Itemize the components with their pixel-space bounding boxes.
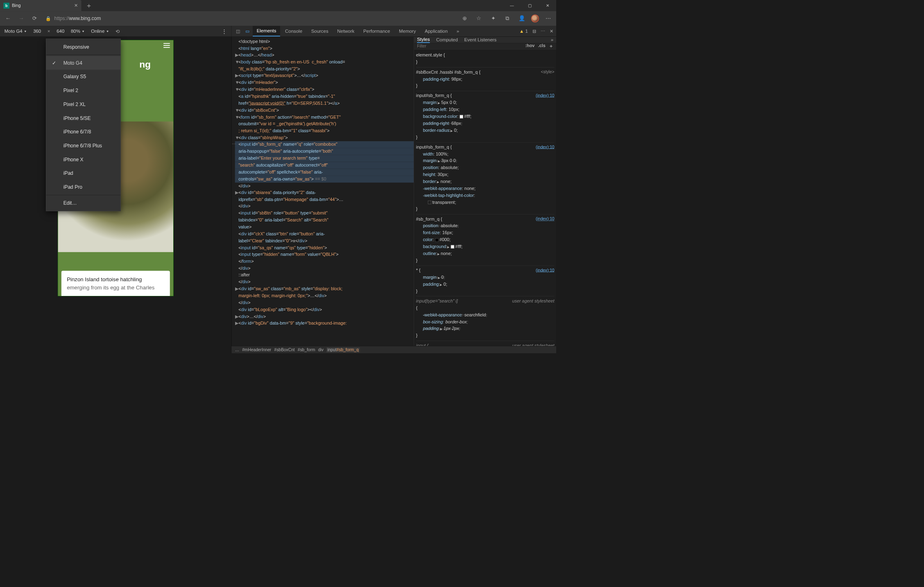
favorite-icon[interactable]: ☆: [474, 14, 484, 23]
device-option-iphone-5-se[interactable]: iPhone 5/SE: [46, 111, 121, 125]
dom-node[interactable]: <a id="hpinsthk" aria-hidden="true" tabi…: [235, 93, 414, 100]
dom-node[interactable]: ▶<script type="text/javascript">…</scrip…: [235, 72, 414, 79]
dom-node[interactable]: label="Clear" tabindex="0">x</div>: [235, 237, 414, 244]
settings-icon[interactable]: ⋯: [541, 28, 545, 34]
dom-node[interactable]: ▼<div id="mHeaderInner" class="clrfix">: [235, 86, 414, 93]
device-option-moto-g4[interactable]: ✓Moto G4: [46, 56, 121, 70]
dom-node[interactable]: controls="sw_as" aria-owns="sw_as"> == $…: [235, 176, 414, 183]
devtools-tab-performance[interactable]: Performance: [359, 26, 394, 36]
search-icon[interactable]: ⊕: [460, 14, 469, 23]
more-tabs-icon[interactable]: »: [453, 26, 463, 36]
zoom-select[interactable]: 80% ▼: [71, 29, 85, 34]
breadcrumb-item[interactable]: …: [235, 348, 239, 352]
dom-node[interactable]: ▼<div class="sbInpWrap">: [235, 134, 414, 141]
hov-toggle[interactable]: :hov: [525, 43, 534, 49]
dom-node[interactable]: ▼<div id="sbBoxCnt">: [235, 107, 414, 114]
dom-node[interactable]: <div id="clrX" class="btn" role="button"…: [235, 230, 414, 237]
device-option-iphone-6-7-8-plus[interactable]: iPhone 6/7/8 Plus: [46, 139, 121, 153]
device-select[interactable]: Moto G4 ▼: [5, 29, 27, 34]
dom-node[interactable]: <input id="sbBtn" role="button" type="su…: [235, 210, 414, 217]
device-option-ipad[interactable]: iPad: [46, 166, 121, 180]
close-tab-icon[interactable]: ✕: [74, 3, 78, 8]
dom-node[interactable]: <div id="bLogoExp" alt="Bing logo"></div…: [235, 306, 414, 313]
dom-node[interactable]: ▶<head>…</head>: [235, 52, 414, 59]
breadcrumb-item[interactable]: div: [318, 348, 324, 352]
devtools-tab-memory[interactable]: Memory: [395, 26, 420, 36]
dom-node[interactable]: ▼<body class="hp sb_fresh en en-US c_fre…: [235, 59, 414, 66]
favorites-bar-icon[interactable]: ✦: [488, 14, 498, 23]
new-tab-button[interactable]: ＋: [86, 1, 92, 10]
dom-node[interactable]: <!doctype html>: [235, 38, 414, 45]
dom-node[interactable]: </div>: [235, 299, 414, 306]
collections-icon[interactable]: ⧉: [503, 14, 512, 23]
dom-node[interactable]: ; return si_T(id);" data-bm="1" class="h…: [235, 128, 414, 135]
hamburger-icon[interactable]: [163, 43, 170, 47]
back-button[interactable]: ←: [3, 14, 13, 23]
dom-node[interactable]: "search" autocapitalize="off" autocorrec…: [235, 162, 414, 169]
device-height[interactable]: 640: [57, 29, 64, 34]
dom-node[interactable]: ▶<div id="sbiarea" data-priority="2" dat…: [235, 190, 414, 196]
css-rule[interactable]: input#sb_form_q {(index):10width: 100%;m…: [416, 142, 555, 214]
dom-node[interactable]: ::after: [235, 272, 414, 279]
minimize-button[interactable]: —: [503, 0, 521, 11]
breadcrumb-item[interactable]: #mHeaderInner: [242, 348, 271, 352]
dom-node[interactable]: </form>: [235, 258, 414, 265]
devtools-tab-sources[interactable]: Sources: [307, 26, 332, 36]
network-select[interactable]: Online ▼: [91, 29, 109, 34]
styles-tab-computed[interactable]: Computed: [436, 37, 458, 43]
dom-node[interactable]: onsubmit="var id = _ge('hpinsthk').getAt…: [235, 121, 414, 128]
menu-icon[interactable]: ⋯: [544, 14, 553, 23]
forward-button[interactable]: →: [16, 14, 26, 23]
dom-node[interactable]: aria-label="Enter your search term" type…: [235, 155, 414, 162]
device-mode-icon[interactable]: ▭: [243, 28, 251, 34]
device-option-edit-[interactable]: Edit…: [46, 196, 121, 210]
browser-tab[interactable]: b Bing ✕: [0, 0, 82, 11]
devtools-tab-application[interactable]: Application: [421, 26, 451, 36]
dom-node[interactable]: <input type="hidden" name="form" value="…: [235, 251, 414, 258]
device-option-galaxy-s5[interactable]: Galaxy S5: [46, 70, 121, 84]
styles-tab-styles[interactable]: Styles: [417, 37, 430, 43]
dom-node[interactable]: ▶<div id="sw_as" class="mb_as" style="di…: [235, 286, 414, 293]
breadcrumb-item[interactable]: input#sb_form_q: [326, 348, 360, 352]
dom-node[interactable]: </div>: [235, 265, 414, 272]
styles-tab-event-listeners[interactable]: Event Listeners: [464, 37, 496, 43]
device-option-ipad-pro[interactable]: iPad Pro: [46, 180, 121, 194]
dom-node[interactable]: ⋯<input id="sb_form_q" name="q" role="co…: [235, 141, 414, 148]
dom-node[interactable]: ▼<div id="mHeader">: [235, 79, 414, 86]
styles-filter-input[interactable]: [417, 44, 525, 49]
dom-node[interactable]: "if(_w.lb)lb();" data-priority="2">: [235, 65, 414, 72]
elements-breadcrumb[interactable]: …#mHeaderInner#sbBoxCnt#sb_formdivinput#…: [231, 346, 556, 353]
css-rule[interactable]: input {user agent stylesheet-webkit-writ…: [416, 341, 555, 346]
dom-node[interactable]: ▼<form id="sb_form" action="/search" met…: [235, 114, 414, 121]
inspect-icon[interactable]: ◫: [234, 28, 242, 34]
dom-node[interactable]: tabindex="0" aria-label="Search" alt="Se…: [235, 217, 414, 224]
issues-badge[interactable]: ▲ 1: [519, 29, 528, 34]
device-option-pixel-2[interactable]: Pixel 2: [46, 84, 121, 97]
dom-node[interactable]: <html lang="en">: [235, 45, 414, 52]
dom-node[interactable]: </div>: [235, 183, 414, 190]
css-rule[interactable]: #sbBoxCnt .hassbi #sb_form_q {<style>pad…: [416, 67, 555, 91]
css-rule[interactable]: input#sb_form_q {(index):10margin:▶ 5px …: [416, 91, 555, 142]
device-option-responsive[interactable]: Responsive: [46, 40, 121, 54]
console-toggle-icon[interactable]: ⊟: [532, 28, 537, 34]
css-rule[interactable]: element.style {}: [416, 50, 555, 67]
dom-node[interactable]: value>: [235, 224, 414, 231]
dom-node[interactable]: href="javascript:void(0)" h="ID=SERP,505…: [235, 100, 414, 107]
rotate-icon[interactable]: ⟲: [116, 28, 120, 34]
url-box[interactable]: 🔒 https://www.bing.com: [43, 16, 456, 21]
dom-node[interactable]: <input id="sa_qs" name="qs" type="hidden…: [235, 244, 414, 251]
profile-avatar[interactable]: [531, 15, 539, 23]
close-devtools-icon[interactable]: ✕: [550, 28, 554, 34]
device-option-iphone-6-7-8[interactable]: iPhone 6/7/8: [46, 125, 121, 139]
styles-more-icon[interactable]: »: [551, 37, 553, 43]
styles-rules[interactable]: element.style {}#sbBoxCnt .hassbi #sb_fo…: [414, 49, 556, 346]
device-toolbar-more-icon[interactable]: ⋮: [222, 28, 227, 34]
add-rule-icon[interactable]: ＋: [549, 43, 553, 49]
css-rule[interactable]: * {(index):10margin:▶ 0;padding:▶ 0;}: [416, 266, 555, 296]
device-option-pixel-2-xl[interactable]: Pixel 2 XL: [46, 97, 121, 111]
cls-toggle[interactable]: .cls: [538, 43, 546, 49]
css-rule[interactable]: #sb_form_q {(index):10position: absolute…: [416, 214, 555, 265]
dom-node[interactable]: autocomplete="off" spellcheck="false" ar…: [235, 169, 414, 176]
dom-node[interactable]: margin-left: 0px; margin-right: 0px;">…<…: [235, 293, 414, 300]
device-width[interactable]: 360: [33, 29, 41, 34]
